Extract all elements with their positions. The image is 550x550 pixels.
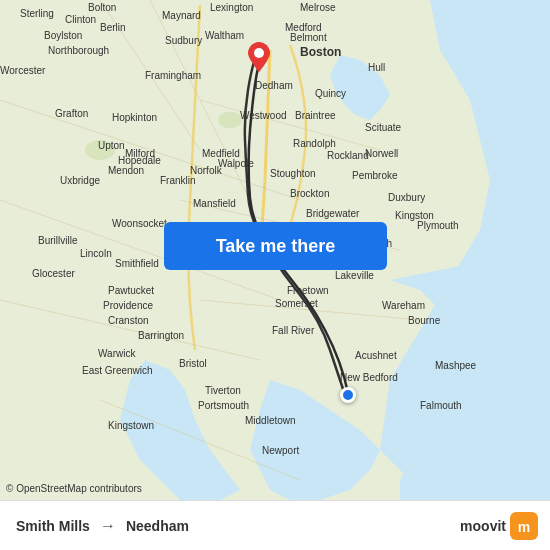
svg-point-19 (218, 112, 242, 128)
take-me-there-button[interactable]: Take me there (164, 222, 387, 270)
origin-label: Smith Mills (16, 518, 90, 534)
destination-marker (340, 387, 356, 403)
arrow-icon: → (100, 517, 116, 535)
moovit-logo[interactable]: moovit m (460, 512, 538, 540)
destination-label: Needham (126, 518, 189, 534)
svg-text:m: m (518, 519, 530, 535)
moovit-text: moovit (460, 518, 506, 534)
svg-point-20 (254, 48, 264, 58)
svg-point-18 (85, 140, 115, 160)
origin-marker (248, 42, 270, 76)
bottom-bar: Smith Mills → Needham moovit m (0, 500, 550, 550)
moovit-icon: m (510, 512, 538, 540)
map-attribution: © OpenStreetMap contributors (6, 483, 142, 494)
map-container: Lexington Melrose Bolton Sterling Clinto… (0, 0, 550, 500)
